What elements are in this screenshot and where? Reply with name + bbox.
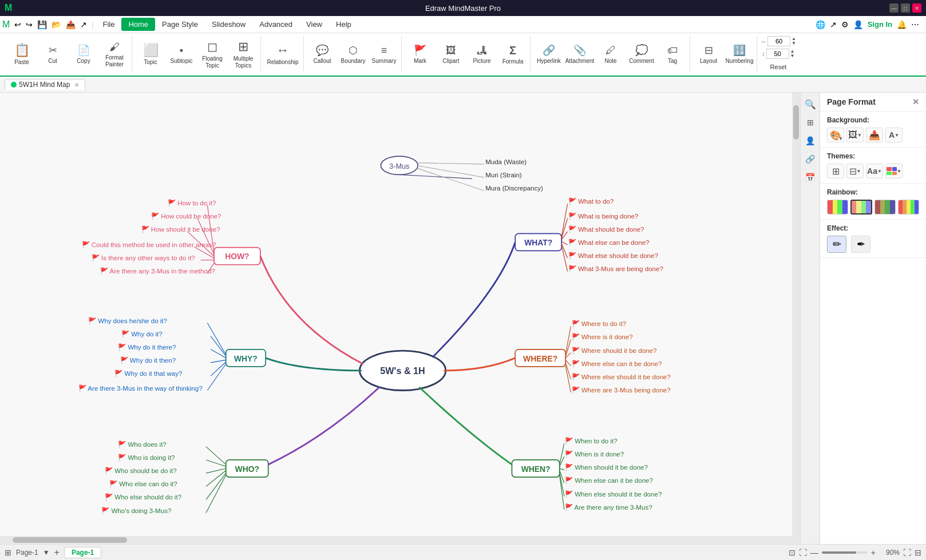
attachment-button[interactable]: 📎 Attachment (565, 37, 595, 72)
bg-color-btn[interactable]: 🎨 ▼ (827, 128, 844, 142)
height-down-arrow[interactable]: ▼ (790, 54, 795, 58)
rainbow-opt-3[interactable] (874, 200, 896, 215)
menu-file[interactable]: File (96, 18, 121, 31)
bg-image-btn[interactable]: 🖼 ▼ (846, 128, 864, 142)
copy-button[interactable]: 📄 Copy (69, 37, 98, 72)
canvas[interactable]: 5W's & 1H 3-Mus Muda (Waste) Muri (Strai… (0, 93, 792, 536)
tab-dot (11, 82, 17, 88)
collapse-icon[interactable]: ⊟ (915, 548, 921, 557)
save-button[interactable]: 💾 (35, 19, 49, 30)
current-page-tab[interactable]: Page-1 (64, 547, 101, 558)
hyperlink-button[interactable]: 🔗 Hyperlink (534, 37, 564, 72)
tab-5w1h[interactable]: 5W1H Mind Map ✕ (5, 79, 85, 90)
width-input[interactable] (767, 36, 790, 46)
panel-close-icon[interactable]: ✕ (912, 97, 919, 106)
layout-icon: ⊟ (705, 44, 713, 57)
mark-button[interactable]: 🚩 Mark (405, 37, 435, 72)
close-button[interactable]: ✕ (912, 3, 921, 13)
page-dropdown-icon[interactable]: ▼ (43, 549, 50, 557)
horizontal-scrollbar[interactable] (0, 536, 800, 544)
zoom-slider[interactable] (822, 551, 868, 554)
reset-button[interactable]: Reset (765, 61, 792, 73)
theme-layout-btn[interactable]: ⊟ ▼ (846, 164, 864, 178)
theme-grid-btn[interactable]: ⊞ (827, 164, 844, 178)
clipboard-group: 📋 Paste ✂ Cut 📄 Copy 🖌 FormatPainter (5, 36, 132, 73)
numbering-button[interactable]: 🔢 Numbering (725, 37, 754, 72)
bg-text-btn[interactable]: A ▼ (885, 128, 903, 142)
fullscreen-icon[interactable]: ⛶ (799, 548, 807, 557)
topic-button[interactable]: ⬜ Topic (136, 37, 165, 72)
rainbow-opt-2[interactable] (850, 200, 872, 215)
menu-slideshow[interactable]: Slideshow (205, 18, 252, 31)
menu-advanced[interactable]: Advanced (252, 18, 299, 31)
floating-topic-button[interactable]: ◻ FloatingTopic (197, 37, 227, 72)
cut-button[interactable]: ✂ Cut (38, 37, 68, 72)
bg-import-btn[interactable]: 📥 (866, 128, 883, 142)
height-input[interactable] (766, 49, 789, 59)
subtopic-button[interactable]: ▪ Subtopic (167, 37, 196, 72)
panel-icon-grid[interactable]: ⊞ (801, 114, 820, 130)
sign-in-button[interactable]: Sign In (868, 20, 892, 29)
h-scroll-thumb[interactable] (13, 537, 127, 543)
format-painter-button[interactable]: 🖌 FormatPainter (100, 37, 129, 72)
callout-button[interactable]: 💬 Callout (307, 37, 337, 72)
svg-text:🚩 Where should it be done?: 🚩 Where should it be done? (572, 347, 657, 355)
zoom-in-icon[interactable]: + (871, 548, 876, 557)
panel-icon-link[interactable]: 🔗 (801, 151, 820, 167)
comment-button[interactable]: 💭 Comment (627, 37, 656, 72)
theme-text-btn[interactable]: Aa ▼ (866, 164, 883, 178)
menu-view[interactable]: View (299, 18, 329, 31)
vertical-scrollbar[interactable] (792, 93, 800, 536)
minimize-button[interactable]: — (889, 3, 899, 13)
effect-btn-2[interactable]: ✒ (851, 236, 870, 253)
view-normal-icon[interactable]: ⊞ (5, 548, 11, 557)
effect-btn-1[interactable]: ✏ (827, 236, 846, 253)
background-label: Background: (827, 116, 919, 124)
open-button[interactable]: 📂 (49, 19, 64, 30)
multiple-topics-button[interactable]: ⊞ MultipleTopics (228, 37, 258, 72)
panel-icon-calendar[interactable]: 📅 (801, 169, 820, 185)
relationship-button[interactable]: ↔ Relationship (264, 37, 301, 72)
tab-close-icon[interactable]: ✕ (74, 82, 79, 88)
menu-home[interactable]: Home (121, 18, 155, 31)
expand-icon[interactable]: ⛶ (903, 548, 911, 557)
layout-button[interactable]: ⊟ Layout (694, 37, 723, 72)
width-down-arrow[interactable]: ▼ (792, 41, 796, 46)
picture-button[interactable]: 🏞 Picture (467, 37, 497, 72)
undo-button[interactable]: ↩ (12, 19, 23, 30)
svg-text:🚩 Who does it?: 🚩 Who does it? (118, 440, 167, 448)
menu-page-style[interactable]: Page Style (155, 18, 205, 31)
redo-button[interactable]: ↪ (23, 19, 35, 30)
rainbow-opt-4[interactable] (898, 200, 919, 215)
fit-page-icon[interactable]: ⊡ (789, 548, 796, 557)
clipart-button[interactable]: 🖼 Clipart (436, 37, 466, 72)
picture-icon: 🏞 (477, 45, 487, 57)
tab-label: 5W1H Mind Map (19, 81, 70, 89)
share-button[interactable]: ↗ (78, 19, 89, 30)
svg-text:3-Mus: 3-Mus (389, 162, 409, 170)
menu-help[interactable]: Help (329, 18, 358, 31)
rainbow-opt-1[interactable] (827, 200, 848, 215)
paste-button[interactable]: 📋 Paste (7, 37, 37, 72)
svg-text:WHERE?: WHERE? (523, 354, 557, 363)
svg-text:🚩 Where  else can it be done?: 🚩 Where else can it be done? (572, 360, 662, 368)
zoom-out-icon[interactable]: — (810, 548, 818, 557)
panel-icon-person[interactable]: 👤 (801, 133, 820, 149)
note-button[interactable]: 🖊 Note (596, 37, 626, 72)
add-page-button[interactable]: + (54, 547, 60, 558)
tag-button[interactable]: 🏷 Tag (658, 37, 687, 72)
numbering-icon: 🔢 (733, 44, 746, 57)
v-scroll-thumb[interactable] (793, 105, 799, 140)
formula-button[interactable]: Σ Formula (498, 37, 528, 72)
svg-text:🚩 What else should be done?: 🚩 What else should be done? (568, 252, 658, 260)
cut-icon: ✂ (49, 44, 57, 57)
summary-button[interactable]: ≡ Summary (369, 37, 399, 72)
panel-icon-search[interactable]: 🔍 (801, 96, 820, 112)
svg-text:🚩 Who's doing 3-Mus?: 🚩 Who's doing 3-Mus? (101, 507, 171, 515)
export-button[interactable]: 📤 (64, 19, 78, 30)
maximize-button[interactable]: □ (901, 3, 910, 13)
svg-text:🚩 Who else should do it?: 🚩 Who else should do it? (105, 493, 181, 501)
theme-color-btn[interactable]: ▼ (885, 164, 903, 178)
svg-text:🚩 When is it done?: 🚩 When is it done? (565, 450, 624, 458)
boundary-button[interactable]: ⬡ Boundary (338, 37, 368, 72)
